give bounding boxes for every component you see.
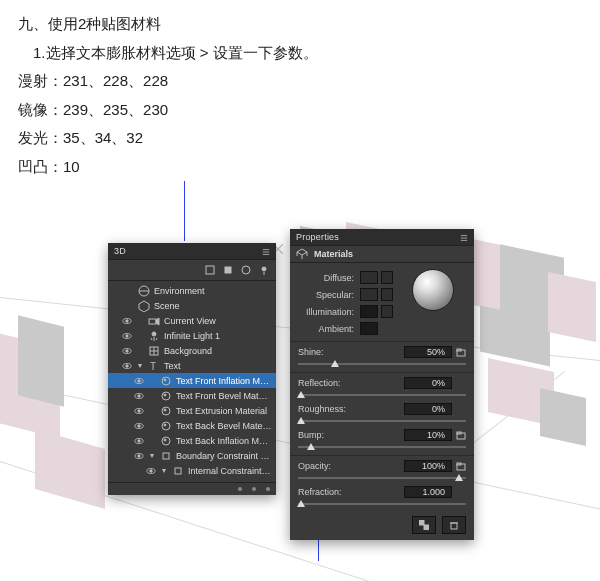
checker-button[interactable] bbox=[412, 516, 436, 534]
visibility-eye-icon[interactable] bbox=[134, 421, 144, 431]
diffuse-texture-button[interactable] bbox=[381, 271, 393, 284]
ambient-swatch[interactable] bbox=[360, 322, 378, 335]
visibility-eye-icon[interactable] bbox=[112, 301, 122, 311]
material-preview-sphere[interactable] bbox=[412, 269, 454, 311]
specular-swatch[interactable] bbox=[360, 288, 378, 301]
slider-opacity: Opacity:100% bbox=[290, 458, 474, 484]
visibility-eye-icon[interactable] bbox=[134, 451, 144, 461]
svg-point-8 bbox=[262, 267, 266, 271]
label-ambient: Ambient: bbox=[298, 324, 360, 334]
panel-properties-footer bbox=[290, 510, 474, 540]
constraint-icon bbox=[160, 450, 172, 462]
tree-row[interactable]: Text Back Bevel Material bbox=[108, 418, 276, 433]
tree-row[interactable]: Text Front Inflation Material bbox=[108, 373, 276, 388]
svg-point-55 bbox=[150, 469, 153, 472]
panel-menu-icon[interactable] bbox=[262, 246, 270, 256]
slider-track[interactable] bbox=[298, 443, 466, 451]
slider-value-input[interactable]: 1.000 bbox=[404, 486, 452, 498]
diffuse-swatch[interactable] bbox=[360, 271, 378, 284]
disclosure-triangle-icon[interactable]: ▾ bbox=[160, 466, 168, 475]
svg-marker-60 bbox=[297, 249, 307, 255]
disclosure-triangle-icon[interactable]: ▾ bbox=[148, 451, 156, 460]
slider-label: Refraction: bbox=[298, 487, 342, 497]
svg-rect-15 bbox=[149, 319, 156, 324]
tree-row[interactable]: Background bbox=[108, 343, 276, 358]
slider-knob[interactable] bbox=[455, 474, 463, 481]
tree-row[interactable]: Text Front Bevel Material bbox=[108, 388, 276, 403]
slider-track[interactable] bbox=[298, 474, 466, 482]
slider-knob[interactable] bbox=[307, 443, 315, 450]
env-icon bbox=[138, 285, 150, 297]
slider-track[interactable] bbox=[298, 500, 466, 508]
visibility-eye-icon[interactable] bbox=[134, 436, 144, 446]
tree-row[interactable]: ▾TText bbox=[108, 358, 276, 373]
visibility-eye-icon[interactable] bbox=[146, 466, 156, 476]
filter-mesh-icon[interactable] bbox=[222, 264, 234, 276]
slider-track[interactable] bbox=[298, 360, 466, 368]
trash-button[interactable] bbox=[442, 516, 466, 534]
tree-row[interactable]: Infinite Light 1 bbox=[108, 328, 276, 343]
filter-light-icon[interactable] bbox=[258, 264, 270, 276]
tree-row-label: Text bbox=[164, 361, 272, 371]
tab-materials[interactable]: Materials bbox=[290, 246, 474, 263]
svg-point-46 bbox=[164, 424, 166, 426]
tree-row[interactable]: ▾Internal Constraint 2_Text bbox=[108, 463, 276, 478]
visibility-eye-icon[interactable] bbox=[122, 331, 132, 341]
visibility-eye-icon[interactable] bbox=[122, 361, 132, 371]
sliders-section: Shine:50%Reflection:0%Roughness:0%Bump:1… bbox=[290, 344, 474, 510]
slider-roughness: Roughness:0% bbox=[290, 401, 474, 427]
visibility-eye-icon[interactable] bbox=[134, 391, 144, 401]
svg-point-29 bbox=[126, 364, 129, 367]
filter-scene-icon[interactable] bbox=[204, 264, 216, 276]
visibility-eye-icon[interactable] bbox=[122, 346, 132, 356]
constraint-icon bbox=[172, 465, 184, 477]
tree-row-label: Internal Constraint 2_Text bbox=[188, 466, 272, 476]
disclosure-triangle-icon[interactable]: ▾ bbox=[136, 361, 144, 370]
slider-knob[interactable] bbox=[331, 360, 339, 367]
diffuse-line: 漫射：231、228、228 bbox=[18, 67, 582, 96]
texture-folder-icon[interactable] bbox=[456, 430, 466, 440]
slider-track[interactable] bbox=[298, 391, 466, 399]
filter-material-icon[interactable] bbox=[240, 264, 252, 276]
svg-rect-53 bbox=[163, 453, 169, 459]
slider-value-input[interactable]: 10% bbox=[404, 429, 452, 441]
tree-row[interactable]: Environment bbox=[108, 283, 276, 298]
slider-value-input[interactable]: 0% bbox=[404, 403, 452, 415]
texture-folder-icon[interactable] bbox=[456, 461, 466, 471]
mat-icon bbox=[160, 390, 172, 402]
slider-knob[interactable] bbox=[297, 500, 305, 507]
tree-row[interactable]: ▾Boundary Constraint 1_Text bbox=[108, 448, 276, 463]
illumination-swatch[interactable] bbox=[360, 305, 378, 318]
slider-knob[interactable] bbox=[297, 391, 305, 398]
tree-row[interactable]: Text Back Inflation Material bbox=[108, 433, 276, 448]
slider-value-input[interactable]: 0% bbox=[404, 377, 452, 389]
specular-texture-button[interactable] bbox=[381, 288, 393, 301]
slider-label: Opacity: bbox=[298, 461, 331, 471]
panel-3d-header[interactable]: 3D bbox=[108, 243, 276, 260]
slider-track[interactable] bbox=[298, 417, 466, 425]
svg-point-18 bbox=[126, 334, 129, 337]
tree-row[interactable]: Text Extrusion Material bbox=[108, 403, 276, 418]
panel-properties-header[interactable]: Properties bbox=[290, 229, 474, 246]
footer-dot-icon bbox=[238, 487, 242, 491]
svg-line-22 bbox=[156, 338, 157, 340]
tree-row[interactable]: Current View bbox=[108, 313, 276, 328]
visibility-eye-icon[interactable] bbox=[122, 316, 132, 326]
tree-row-label: Current View bbox=[164, 316, 272, 326]
visibility-eye-icon[interactable] bbox=[134, 376, 144, 386]
tree-row-label: Text Extrusion Material bbox=[176, 406, 272, 416]
visibility-eye-icon[interactable] bbox=[112, 286, 122, 296]
tree-row-label: Scene bbox=[154, 301, 272, 311]
tree-row[interactable]: Scene bbox=[108, 298, 276, 313]
tree-row-label: Text Front Bevel Material bbox=[176, 391, 272, 401]
tree-row-label: Environment bbox=[154, 286, 272, 296]
illumination-texture-button[interactable] bbox=[381, 305, 393, 318]
svg-rect-5 bbox=[206, 266, 214, 274]
panel-properties: Properties Materials Diffuse: Specular: … bbox=[290, 229, 474, 540]
slider-value-input[interactable]: 50% bbox=[404, 346, 452, 358]
slider-knob[interactable] bbox=[297, 417, 305, 424]
slider-value-input[interactable]: 100% bbox=[404, 460, 452, 472]
visibility-eye-icon[interactable] bbox=[134, 406, 144, 416]
texture-folder-icon[interactable] bbox=[456, 347, 466, 357]
panel-menu-icon[interactable] bbox=[460, 232, 468, 242]
